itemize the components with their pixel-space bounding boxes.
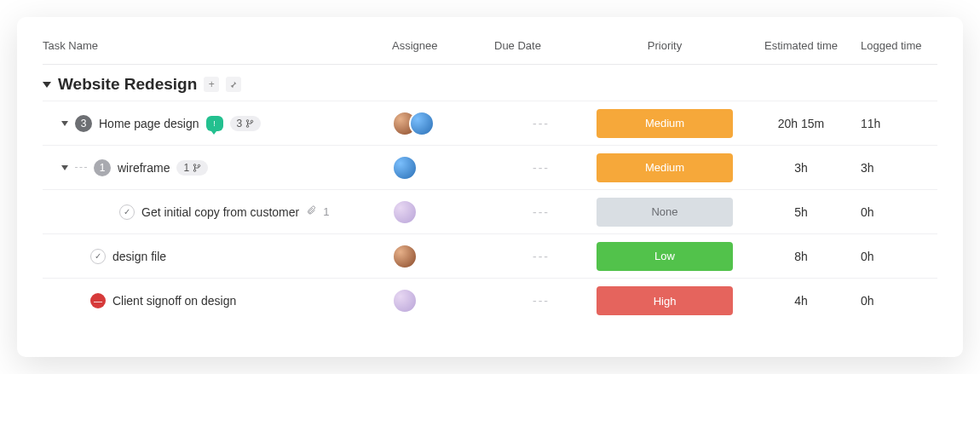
logged-cell[interactable]: 0h [861,250,963,263]
subtask-count-badge: 3 [75,115,92,132]
task-row[interactable]: — Client signoff on design --- High 4h 0… [43,279,937,323]
col-priority: Priority [588,39,741,52]
priority-badge: Medium [597,153,733,182]
estimated-cell[interactable]: 5h [741,205,861,219]
estimated-cell[interactable]: 8h [741,250,861,263]
assignee-cell[interactable] [392,244,494,269]
due-date-cell[interactable]: --- [494,161,588,175]
task-row[interactable]: ✓ Get initial copy from customer 1 --- N… [43,190,937,234]
due-date-cell[interactable]: --- [494,250,588,263]
task-name-cell: 3 Home page design ! 3 [43,115,392,132]
branch-pill[interactable]: 3 [230,116,262,131]
chevron-down-icon[interactable] [43,82,51,88]
due-date-cell[interactable]: --- [494,205,588,219]
assignee-cell[interactable] [392,111,494,136]
col-logged: Logged time [861,39,963,52]
col-task-name: Task Name [43,39,392,52]
task-title[interactable]: Client signoff on design [112,294,236,308]
col-assignee: Assignee [392,39,494,52]
priority-badge: Medium [597,109,733,138]
group-row[interactable]: Website Redesign + [43,65,937,101]
svg-point-1 [246,124,249,127]
estimated-cell[interactable]: 3h [741,161,861,175]
status-blocked-icon[interactable]: — [90,293,106,308]
subtask-count-badge: 1 [94,159,111,176]
logged-cell[interactable]: 0h [861,205,963,219]
priority-badge: Low [597,242,733,271]
branch-count: 3 [237,118,243,130]
priority-cell[interactable]: Medium [588,109,741,138]
logged-cell[interactable]: 11h [861,117,963,130]
branch-pill[interactable]: 1 [176,160,208,176]
attachment-count: 1 [323,205,329,218]
priority-cell[interactable]: High [588,286,741,315]
attachment-icon[interactable] [306,205,316,218]
logged-cell[interactable]: 3h [861,161,963,175]
task-row[interactable]: 1 wireframe 1 --- Medium 3h 3h [43,146,937,190]
avatar[interactable] [392,199,418,225]
task-row[interactable]: 3 Home page design ! 3 --- Medium 20h 15… [43,101,937,146]
task-name-cell: — Client signoff on design [43,293,392,308]
git-branch-icon [245,118,254,129]
task-panel: Task Name Assignee Due Date Priority Est… [17,17,963,357]
avatar[interactable] [409,111,435,136]
col-estimated: Estimated time [741,39,861,52]
due-date-cell[interactable]: --- [494,117,588,130]
task-name-cell: 1 wireframe 1 [43,159,392,176]
due-date-cell[interactable]: --- [494,294,588,308]
column-header-row: Task Name Assignee Due Date Priority Est… [43,39,937,65]
svg-point-2 [251,120,253,123]
avatar[interactable] [392,244,418,269]
svg-point-5 [198,164,200,167]
task-row[interactable]: ✓ design file --- Low 8h 0h [43,234,937,279]
estimated-cell[interactable]: 20h 15m [741,117,861,130]
assignee-cell[interactable] [392,155,494,181]
task-title[interactable]: Home page design [99,117,199,130]
avatar[interactable] [392,155,418,181]
logged-cell[interactable]: 0h [861,294,963,308]
tree-connector [75,167,87,168]
chevron-down-icon[interactable] [61,165,68,170]
task-name-cell: ✓ design file [43,249,392,264]
priority-badge: High [597,286,733,315]
pin-icon[interactable] [226,77,241,92]
priority-cell[interactable]: Medium [588,153,741,182]
group-title: Website Redesign [58,75,197,94]
priority-cell[interactable]: Low [588,242,741,271]
assignee-cell[interactable] [392,199,494,225]
svg-point-4 [193,169,196,171]
branch-count: 1 [183,162,189,174]
task-name-cell: ✓ Get initial copy from customer 1 [43,204,392,220]
git-branch-icon [193,163,201,173]
assignee-cell[interactable] [392,288,494,314]
chevron-down-icon[interactable] [61,121,68,126]
add-task-button[interactable]: + [204,77,219,92]
svg-point-3 [193,164,196,166]
task-title[interactable]: design file [112,250,166,263]
task-title[interactable]: Get initial copy from customer [141,205,299,219]
status-open-icon[interactable]: ✓ [119,204,135,220]
task-title[interactable]: wireframe [118,161,170,175]
priority-badge: None [597,198,733,227]
col-due: Due Date [494,39,588,52]
priority-cell[interactable]: None [588,198,741,227]
estimated-cell[interactable]: 4h [741,294,861,308]
comment-icon[interactable]: ! [206,116,223,131]
status-open-icon[interactable]: ✓ [90,249,106,264]
avatar[interactable] [392,288,418,314]
svg-point-0 [246,119,249,122]
